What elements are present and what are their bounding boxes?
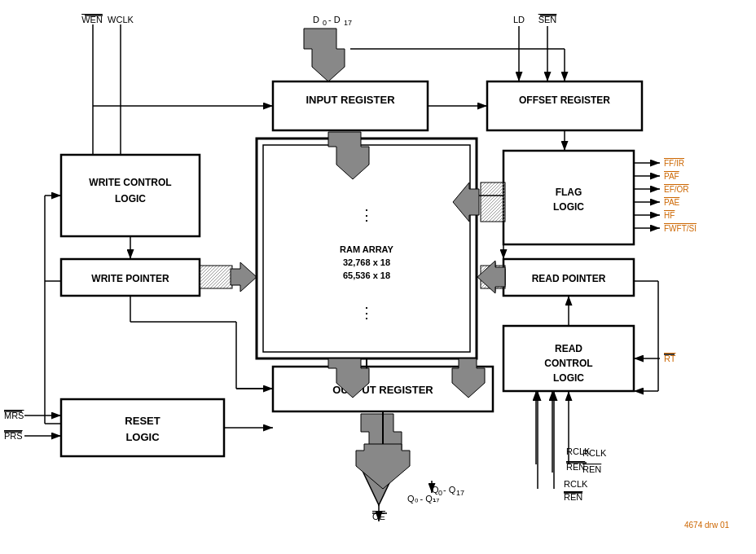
ram-size-1: 32,768 x 18 [343,257,390,267]
diagram-container: WEN WCLK D 0 - D 17 LD SEN INPUT REGISTE… [0,0,756,554]
reset-logic-block [61,399,224,456]
ef-or-signal: EF/OR [664,185,689,194]
ram-dots-top: ⋮ [359,207,374,223]
write-control-label-2: LOGIC [115,193,146,204]
wclk-signal: WCLK [108,15,134,24]
ren-final: REN [564,492,582,502]
d-sub-17: 17 [344,19,352,27]
hf-signal: HF [664,211,675,220]
q-out-final: Q₀ - Q₁₇ [407,494,439,503]
sen-signal: SEN [538,15,557,24]
pae-signal: PAE [664,198,680,207]
read-pointer-label: READ POINTER [532,273,606,284]
d-input-signal: D [313,15,319,24]
mrs-signal-label: MRS [4,411,24,420]
svg-rect-64 [481,182,505,222]
write-pointer-label: WRITE POINTER [91,273,169,284]
offset-register-block [487,81,642,130]
q-dash: - Q [443,485,456,495]
svg-rect-15 [200,266,232,288]
read-control-label-2: CONTROL [544,358,592,369]
input-register-block [273,81,428,130]
write-control-label-1: WRITE CONTROL [89,177,171,188]
ld-signal: LD [513,15,525,24]
ram-array-label: RAM ARRAY [340,244,393,254]
wen-signal: WEN [81,15,103,24]
ren-label: REN [566,462,585,472]
part-number: 4674 drw 01 [684,521,729,530]
ff-ir-signal: FF/IR [664,159,684,168]
rclk-final: RCLK [564,479,588,489]
paf-signal: PAF [664,172,679,181]
input-register-label: INPUT REGISTER [305,94,395,106]
ram-size-2: 65,536 x 18 [343,270,390,280]
q-sub-17: 17 [456,489,464,497]
read-control-label-1: READ [555,343,582,354]
prs-signal-label: PRS [4,431,23,441]
ram-dots-bottom: ⋮ [359,305,374,321]
flag-logic-label-2: LOGIC [553,201,584,213]
offset-register-label: OFFSET REGISTER [519,95,610,106]
read-control-label-3: LOGIC [553,372,584,384]
reset-logic-label-1: RESET [125,415,160,427]
d-sub-0: 0 [323,19,327,27]
ren-signal: REN [582,464,601,474]
flag-logic-label-1: FLAG [556,187,582,198]
d-dash: - D [328,15,341,24]
fwft-si-signal: FWFT/SI [664,224,697,233]
rt-signal: RT [664,354,676,363]
rclk-label: RCLK [566,446,591,456]
reset-logic-label-2: LOGIC [125,431,160,443]
